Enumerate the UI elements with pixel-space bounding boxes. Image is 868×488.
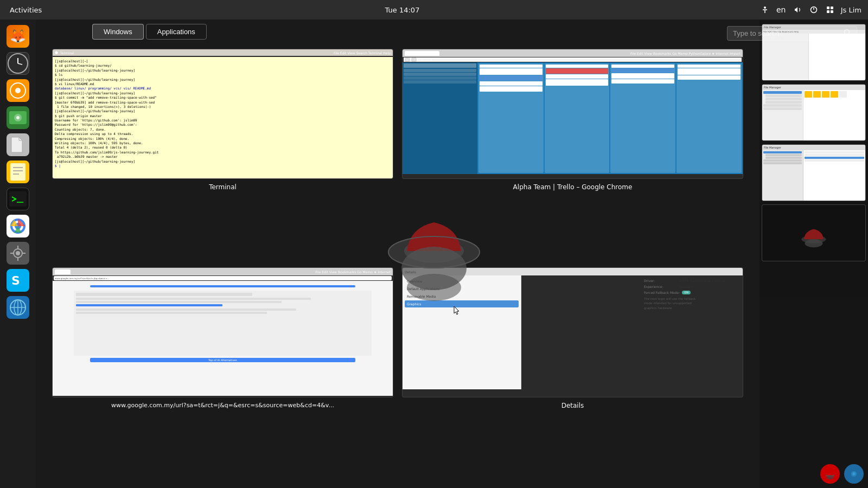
right-panel-item-4[interactable]: [762, 204, 866, 261]
svg-line-32: [849, 34, 851, 36]
svg-point-11: [15, 88, 21, 93]
chrome-preview: Google File Edit View Bookmarks Go Memo …: [52, 267, 393, 397]
tab-applications[interactable]: Applications: [146, 24, 207, 40]
activities-button[interactable]: Activities: [7, 5, 45, 15]
dock-item-terminal[interactable]: [7, 188, 29, 210]
dock-item-notes[interactable]: [7, 160, 29, 183]
svg-point-14: [16, 116, 20, 119]
redhat-bottom-button[interactable]: [820, 464, 840, 484]
svg-rect-3: [827, 7, 829, 9]
svg-point-41: [826, 476, 833, 479]
dock-item-photos[interactable]: [7, 106, 29, 129]
details-driver-value: Intel® Sandybridge Desktop: [679, 279, 725, 282]
svg-line-9: [18, 63, 22, 65]
chrome-titlebar: Google File Edit View Bookmarks Go Memo …: [53, 268, 393, 275]
details-experience-value: Standard: [679, 285, 693, 288]
window-thumb-chrome[interactable]: Google File Edit View Bookmarks Go Memo …: [52, 267, 393, 477]
chrome-tab: Google: [55, 269, 71, 274]
details-overview: Overview: [405, 278, 519, 285]
details-default-apps: Default Applications: [405, 285, 519, 292]
svg-point-44: [852, 472, 855, 475]
svg-point-25: [16, 251, 20, 255]
blue-bottom-button[interactable]: [844, 464, 864, 484]
terminal-preview: ● Terminal File Edit View Search Termina…: [52, 49, 393, 179]
dock-item-disk[interactable]: [7, 79, 29, 102]
terminal-window-title: Terminal: [209, 183, 237, 191]
svg-point-39: [805, 239, 823, 247]
dock-item-globe[interactable]: [7, 296, 29, 319]
svg-rect-15: [10, 163, 25, 181]
search-icon[interactable]: [844, 29, 851, 38]
bottom-taskbar-items: [820, 464, 864, 484]
username-label: Js Lim: [841, 6, 861, 14]
tab-windows[interactable]: Windows: [92, 24, 144, 40]
svg-rect-19: [9, 191, 27, 207]
power-icon[interactable]: [808, 4, 819, 15]
svg-text:S: S: [11, 274, 20, 287]
svg-rect-5: [827, 10, 829, 13]
details-fallback-toggle: ON: [682, 291, 691, 294]
right-panel-item-2[interactable]: File Manager: [762, 84, 866, 141]
details-fallback-label: Forced Fallback Mode:: [644, 291, 680, 294]
details-fallback-field: Forced Fallback Mode: ON: [644, 291, 725, 294]
dock-item-tools[interactable]: [7, 242, 29, 265]
details-window-title: Details: [561, 402, 584, 409]
svg-point-0: [764, 7, 766, 9]
details-content: Driver: Intel® Sandybridge Desktop Exper…: [641, 275, 729, 389]
right-panel-item-3[interactable]: File Manager: [762, 144, 866, 201]
trello-chrome-tab: Alpha Team | Trello: [405, 51, 439, 56]
svg-point-31: [845, 30, 850, 35]
details-experience-label: Experience:: [644, 285, 676, 288]
topbar: Activities Tue 14:07 en Js Lim: [0, 0, 868, 20]
dock-item-skype[interactable]: S: [7, 269, 29, 292]
terminal-content: [js@localhost][~] $ cd github/learning-j…: [53, 57, 393, 179]
window-thumb-terminal[interactable]: ● Terminal File Edit View Search Termina…: [52, 49, 393, 259]
window-thumb-trello[interactable]: Alpha Team | Trello File Edit View Bookm…: [402, 49, 743, 259]
trello-preview: Alpha Team | Trello File Edit View Bookm…: [402, 49, 743, 179]
topbar-clock: Tue 14:07: [385, 6, 420, 14]
dock-item-clock[interactable]: [7, 52, 29, 75]
topbar-right: en Js Lim: [760, 4, 861, 15]
volume-icon[interactable]: [792, 4, 803, 15]
details-removable: Removable Media: [405, 293, 519, 300]
view-tabs: Windows Applications: [92, 24, 207, 40]
window-thumb-details[interactable]: Details Overview Default Applications Re…: [402, 267, 743, 477]
details-graphics: Graphics: [405, 300, 519, 307]
right-panel: File Manager File Edit View Go Bookmark …: [760, 20, 868, 488]
search-input[interactable]: [733, 29, 844, 37]
topbar-left: Activities: [7, 5, 45, 15]
details-description: The next login will use the fallbackmode…: [644, 297, 725, 310]
window-thumbnails: ● Terminal File Edit View Search Termina…: [36, 43, 760, 483]
svg-rect-4: [831, 7, 833, 9]
accessibility-icon[interactable]: [760, 4, 770, 15]
details-preview: Details Overview Default Applications Re…: [402, 267, 743, 397]
application-dock: 🦊 S: [0, 20, 36, 488]
details-experience-field: Experience: Standard: [644, 285, 725, 288]
details-sidebar: Overview Default Applications Removable …: [403, 275, 521, 389]
dock-item-firefox[interactable]: 🦊: [7, 25, 29, 48]
details-driver-field: Driver: Intel® Sandybridge Desktop: [644, 279, 725, 282]
terminal-titlebar: ● Terminal File Edit View Search Termina…: [53, 49, 393, 56]
svg-rect-6: [831, 10, 833, 13]
details-driver-label: Driver:: [644, 279, 676, 282]
details-titlebar: Details: [403, 268, 743, 275]
lang-label[interactable]: en: [776, 4, 787, 15]
trello-window-title: Alpha Team | Trello – Google Chrome: [513, 183, 633, 191]
dock-item-chrome[interactable]: [7, 215, 29, 237]
dock-item-files[interactable]: [7, 133, 29, 156]
trello-titlebar: Alpha Team | Trello File Edit View Bookm…: [403, 49, 743, 57]
chrome-window-title: www.google.com.my/url?sa=t&rct=j&q=&esrc…: [111, 402, 334, 409]
search-bar[interactable]: [727, 26, 857, 41]
network-icon[interactable]: [825, 4, 835, 15]
